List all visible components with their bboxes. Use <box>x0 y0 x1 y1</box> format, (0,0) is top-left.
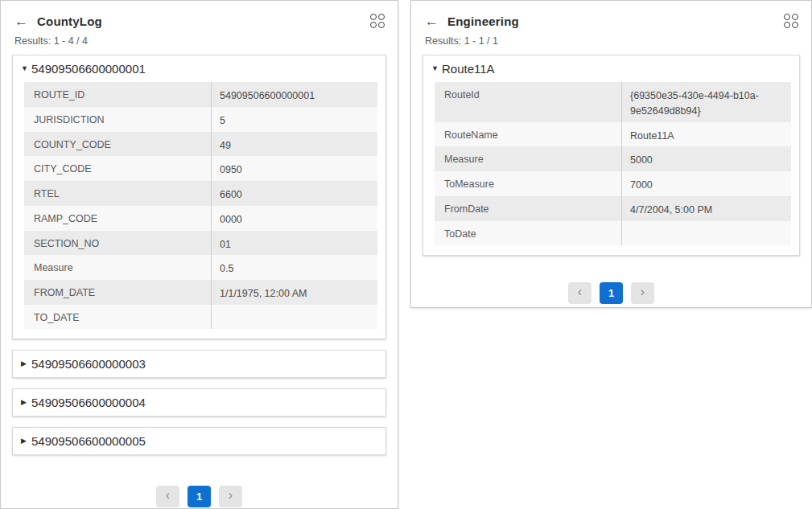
table-row: RAMP_CODE 0000 <box>24 206 377 231</box>
panel-header: ← CountyLog <box>1 1 398 28</box>
field-label: FROM_DATE <box>24 280 211 305</box>
feature-title: Route11A <box>442 62 495 76</box>
field-label: ToMeasure <box>435 171 621 196</box>
feature-title: 54909506600000003 <box>31 357 146 371</box>
attribute-table: ROUTE_ID 54909506600000001 JURISDICTION … <box>24 82 377 329</box>
previous-page-button[interactable]: ‹ <box>156 486 179 507</box>
feature-card-expanded: ▼ 54909506600000001 ROUTE_ID 54909506600… <box>12 55 386 339</box>
feature-title: 54909506600000004 <box>31 396 146 409</box>
field-value: {69350e35-430e-4494-b10a-9e52649d8b94} <box>621 82 791 122</box>
field-label: CITY_CODE <box>24 156 211 181</box>
feature-card-expanded: ▼ Route11A RouteId {69350e35-430e-4494-b… <box>422 55 800 256</box>
field-label: SECTION_NO <box>24 231 211 256</box>
field-value: 4/7/2004, 5:00 PM <box>621 196 791 221</box>
field-value: 5000 <box>621 146 791 171</box>
field-label: RAMP_CODE <box>24 206 211 231</box>
field-value: 01 <box>211 231 377 256</box>
table-row: TO_DATE <box>24 305 377 329</box>
field-label: TO_DATE <box>24 305 211 329</box>
table-row: CITY_CODE 0950 <box>24 156 377 181</box>
next-page-button[interactable]: › <box>631 282 654 304</box>
table-row: Measure 5000 <box>435 146 791 171</box>
countylog-results-panel: ← CountyLog Results: 1 - 4 / 4 ▼ 5490950… <box>0 0 398 509</box>
attribute-table: RouteId {69350e35-430e-4494-b10a-9e52649… <box>435 82 791 245</box>
field-value: 0000 <box>211 206 377 231</box>
feature-header[interactable]: ▼ Route11A <box>423 55 799 82</box>
feature-title: 54909506600000005 <box>31 434 146 448</box>
table-row: ToDate <box>435 221 791 245</box>
previous-page-button[interactable]: ‹ <box>568 282 591 304</box>
field-label: RouteName <box>435 122 621 147</box>
results-count: Results: 1 - 4 / 4 <box>1 28 398 47</box>
caret-right-icon: ▶ <box>21 360 31 367</box>
feature-card-collapsed: ▶ 54909506600000003 <box>12 350 386 378</box>
field-value: 49 <box>211 132 377 157</box>
field-value: Route11A <box>621 122 791 147</box>
field-label: RTEL <box>24 181 211 206</box>
feature-card-collapsed: ▶ 54909506600000005 <box>12 427 386 455</box>
field-label: JURISDICTION <box>24 107 211 132</box>
field-label: RouteId <box>435 82 621 122</box>
field-label: COUNTY_CODE <box>24 132 211 157</box>
table-row: RouteName Route11A <box>435 122 791 147</box>
table-row: FROM_DATE 1/1/1975, 12:00 AM <box>24 280 377 305</box>
current-page-button[interactable]: 1 <box>600 282 623 304</box>
panel-header: ← Engineering <box>411 1 811 28</box>
field-value <box>211 305 377 329</box>
feature-header[interactable]: ▶ 54909506600000003 <box>13 351 385 377</box>
table-row: FromDate 4/7/2004, 5:00 PM <box>435 196 791 221</box>
feature-card-collapsed: ▶ 54909506600000004 <box>12 388 386 417</box>
field-value: 0950 <box>211 156 377 181</box>
caret-right-icon: ▶ <box>21 399 31 406</box>
field-value: 54909506600000001 <box>211 82 377 107</box>
table-row: SECTION_NO 01 <box>24 231 377 256</box>
engineering-results-panel: ← Engineering Results: 1 - 1 / 1 ▼ Route… <box>410 0 812 308</box>
table-row: RouteId {69350e35-430e-4494-b10a-9e52649… <box>435 82 791 122</box>
table-row: ToMeasure 7000 <box>435 171 791 196</box>
field-label: ToDate <box>435 221 621 245</box>
field-label: FromDate <box>435 196 621 221</box>
apps-grid-icon[interactable] <box>784 14 798 28</box>
panel-title: Engineering <box>447 14 519 28</box>
caret-right-icon: ▶ <box>21 437 31 445</box>
field-label: Measure <box>24 255 211 280</box>
feature-header[interactable]: ▼ 54909506600000001 <box>13 55 385 82</box>
back-arrow-icon[interactable]: ← <box>425 14 439 28</box>
results-count: Results: 1 - 1 / 1 <box>411 28 811 47</box>
pagination: ‹ 1 › <box>1 486 398 507</box>
next-page-button[interactable]: › <box>219 486 242 507</box>
table-row: JURISDICTION 5 <box>24 107 377 132</box>
table-row: Measure 0.5 <box>24 255 377 280</box>
table-row: RTEL 6600 <box>24 181 377 206</box>
field-label: ROUTE_ID <box>24 82 211 107</box>
table-row: COUNTY_CODE 49 <box>24 132 377 157</box>
field-value: 7000 <box>621 171 791 196</box>
field-value: 5 <box>211 107 377 132</box>
field-value: 6600 <box>211 181 377 206</box>
field-value <box>621 221 791 245</box>
feature-header[interactable]: ▶ 54909506600000004 <box>13 389 385 416</box>
current-page-button[interactable]: 1 <box>188 486 211 507</box>
feature-title: 54909506600000001 <box>31 62 146 76</box>
table-row: ROUTE_ID 54909506600000001 <box>24 82 377 107</box>
feature-header[interactable]: ▶ 54909506600000005 <box>13 428 385 454</box>
panel-title: CountyLog <box>37 14 102 28</box>
field-value: 0.5 <box>211 255 377 280</box>
caret-down-icon: ▼ <box>431 65 442 72</box>
apps-grid-icon[interactable] <box>370 14 385 28</box>
back-arrow-icon[interactable]: ← <box>14 14 28 28</box>
field-label: Measure <box>435 146 621 171</box>
caret-down-icon: ▼ <box>21 65 31 72</box>
pagination: ‹ 1 › <box>411 282 811 304</box>
field-value: 1/1/1975, 12:00 AM <box>211 280 377 305</box>
